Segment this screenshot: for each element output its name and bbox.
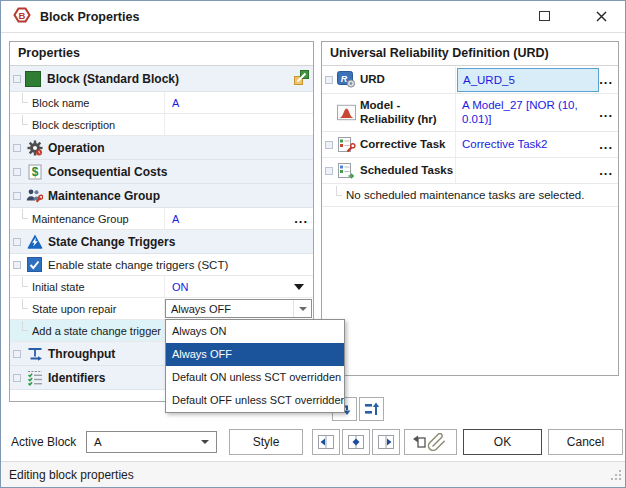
enable-sct-checkbox[interactable]	[27, 257, 42, 272]
initial-state-value[interactable]: ON	[165, 281, 189, 293]
dropdown-option-always-on[interactable]: Always ON	[166, 320, 344, 343]
expand-glyph[interactable]	[13, 374, 21, 382]
state-upon-repair-value: Always OFF	[171, 303, 231, 315]
app-icon: B	[10, 5, 32, 29]
next-block-icon	[377, 434, 395, 450]
section-consequential-costs[interactable]: $ Consequential Costs	[10, 160, 313, 184]
resize-grip[interactable]	[609, 468, 622, 484]
state-upon-repair-combobox[interactable]: Always OFF	[165, 299, 312, 318]
window-title: Block Properties	[40, 10, 139, 24]
maintenance-group-browse-button[interactable]: ...	[294, 214, 308, 224]
identifiers-icon	[25, 370, 44, 386]
expand-glyph[interactable]	[13, 75, 21, 83]
paperclip-icon	[428, 434, 444, 451]
urd-label: URD	[360, 73, 385, 86]
urd-icon: R	[337, 71, 356, 88]
block-section-label: Block (Standard Block)	[47, 72, 179, 86]
state-change-triggers-label: State Change Triggers	[48, 235, 175, 249]
style-button[interactable]: Style	[229, 429, 303, 455]
state-upon-repair-label: State upon repair	[10, 298, 165, 319]
dropdown-option-default-on[interactable]: Default ON unless SCT overridden	[166, 366, 344, 389]
ok-button[interactable]: OK	[463, 429, 542, 455]
svg-text:$: $	[31, 165, 38, 179]
operation-label: Operation	[48, 141, 105, 155]
add-trigger-label[interactable]: Add a state change trigger	[10, 320, 165, 341]
expand-glyph[interactable]	[13, 238, 21, 246]
model-reliability-value[interactable]: A Model_27 [NOR (10, 0.01)]	[456, 99, 599, 127]
throughput-label: Throughput	[48, 347, 115, 361]
row-enable-sct: Enable state change triggers (SCT)	[10, 254, 313, 276]
initial-state-dropdown-caret[interactable]	[294, 284, 304, 290]
status-bar: Editing block properties	[1, 461, 625, 487]
block-icon	[25, 71, 41, 87]
chevron-down-icon	[201, 440, 209, 444]
urd-panel: Universal Reliability Definition (URD) R…	[321, 41, 619, 376]
dropdown-option-default-off[interactable]: Default OFF unless SCT overridden	[166, 389, 344, 412]
expand-glyph[interactable]	[13, 192, 21, 200]
row-scheduled-tasks: Scheduled Tasks ...	[322, 158, 618, 184]
row-model-reliability: Model - Reliability (hr) A Model_27 [NOR…	[322, 94, 618, 132]
maximize-icon	[539, 11, 550, 21]
throughput-icon	[25, 346, 44, 361]
model-distribution-icon	[337, 104, 356, 121]
swap-block-type-icon[interactable]	[294, 70, 309, 88]
scheduled-tasks-browse-button[interactable]: ...	[599, 166, 613, 176]
chevron-down-icon	[299, 307, 307, 311]
model-browse-button[interactable]: ...	[599, 108, 613, 118]
expand-glyph[interactable]	[13, 144, 21, 152]
expand-glyph[interactable]	[13, 261, 21, 269]
maximize-button[interactable]	[522, 1, 567, 31]
section-maintenance-group[interactable]: Maintenance Group	[10, 184, 313, 208]
state-change-triggers-icon	[25, 234, 44, 249]
row-maintenance-group: Maintenance Group A ...	[10, 208, 313, 230]
costs-dollar-icon: $	[25, 164, 44, 180]
expand-glyph[interactable]	[325, 167, 333, 175]
scheduled-tasks-icon	[337, 163, 356, 179]
row-initial-state: Initial state ON	[10, 276, 313, 298]
cancel-button[interactable]: Cancel	[548, 429, 623, 455]
maintenance-group-value[interactable]: A	[165, 213, 179, 225]
select-block-button[interactable]	[342, 429, 370, 455]
titlebar: B Block Properties	[1, 1, 625, 33]
row-block-description: Block description	[10, 114, 313, 136]
section-block[interactable]: Block (Standard Block)	[10, 66, 313, 92]
status-text: Editing block properties	[9, 468, 134, 482]
model-reliability-label: Model - Reliability (hr)	[360, 99, 452, 125]
expand-glyph[interactable]	[13, 168, 21, 176]
svg-text:R: R	[341, 74, 348, 84]
next-block-button[interactable]	[372, 429, 400, 455]
section-operation[interactable]: Operation	[10, 136, 313, 160]
block-properties-dialog: B Block Properties Properties Block (Sta…	[0, 0, 626, 488]
previous-block-icon	[317, 434, 335, 450]
scheduled-tasks-note: No scheduled maintenance tasks are selec…	[322, 184, 618, 207]
expand-glyph[interactable]	[325, 76, 333, 84]
row-urd: R URD A_URD_5 ...	[322, 66, 618, 94]
corrective-task-icon	[337, 137, 356, 153]
previous-block-button[interactable]	[312, 429, 340, 455]
row-block-name: Block name A	[10, 92, 313, 114]
enable-sct-label: Enable state change triggers (SCT)	[48, 259, 228, 271]
corrective-task-browse-button[interactable]: ...	[599, 140, 613, 150]
block-name-value[interactable]: A	[165, 97, 179, 109]
maintenance-group-icon	[25, 188, 44, 203]
combo-arrow-zone[interactable]	[293, 300, 311, 317]
watch-attachments-button[interactable]	[404, 429, 457, 455]
corrective-task-label: Corrective Task	[360, 138, 445, 151]
active-block-value: A	[94, 436, 102, 448]
collapse-rows-button[interactable]	[359, 397, 384, 421]
checkmark-icon	[29, 260, 40, 270]
dropdown-option-always-off[interactable]: Always OFF	[166, 343, 344, 366]
urd-value[interactable]: A_URD_5	[457, 68, 599, 92]
active-block-label: Active Block	[11, 429, 76, 455]
expand-glyph[interactable]	[325, 141, 333, 149]
svg-text:B: B	[19, 9, 26, 20]
expand-glyph[interactable]	[13, 350, 21, 358]
urd-browse-button[interactable]: ...	[599, 75, 613, 85]
consequential-costs-label: Consequential Costs	[48, 165, 167, 179]
section-state-change-triggers[interactable]: State Change Triggers	[10, 230, 313, 254]
corrective-task-value[interactable]: Corrective Task2	[456, 138, 599, 152]
urd-panel-header: Universal Reliability Definition (URD)	[322, 42, 618, 66]
active-block-combobox[interactable]: A	[86, 431, 217, 453]
scheduled-tasks-label: Scheduled Tasks	[360, 164, 453, 177]
close-button[interactable]	[579, 1, 624, 31]
